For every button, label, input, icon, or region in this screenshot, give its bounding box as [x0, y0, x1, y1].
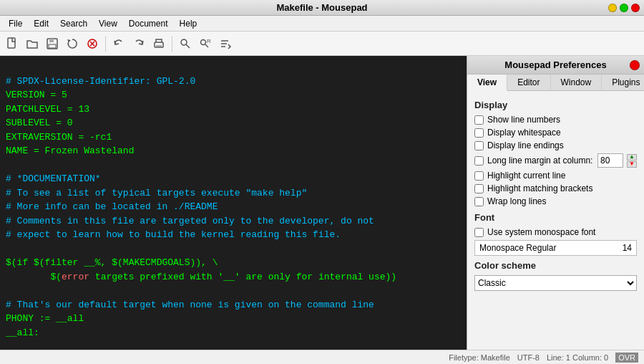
new-button[interactable] — [3, 34, 21, 53]
menu-edit[interactable]: Edit — [28, 17, 54, 30]
wrap-long-lines-label: Wrap long lines — [487, 196, 547, 206]
reload-button[interactable] — [63, 34, 82, 53]
color-scheme-section-title: Color scheme — [474, 260, 637, 271]
menu-file[interactable]: File — [3, 17, 28, 30]
print-button[interactable] — [150, 34, 168, 53]
menu-document[interactable]: Document — [123, 17, 174, 30]
save-button[interactable] — [43, 34, 62, 53]
display-whitespace-row: Display whitespace — [474, 128, 637, 138]
separator-2 — [172, 36, 172, 52]
title-bar: Makefile - Mousepad — [0, 0, 644, 16]
svg-line-12 — [205, 44, 208, 47]
font-display-row[interactable]: Monospace Regular 14 — [474, 240, 637, 256]
redo-button[interactable] — [130, 34, 148, 53]
display-line-endings-checkbox[interactable] — [474, 141, 484, 150]
display-section-title: Display — [474, 100, 637, 110]
close-doc-button[interactable] — [83, 34, 102, 53]
show-line-numbers-checkbox[interactable] — [474, 115, 484, 125]
menu-bar: File Edit Search View Document Help — [0, 16, 644, 32]
open-button[interactable] — [23, 34, 42, 53]
svg-rect-8 — [156, 45, 162, 47]
highlight-current-line-row: Highlight current line — [474, 171, 637, 181]
highlight-matching-brackets-label: Highlight matching brackets — [487, 183, 592, 193]
menu-search[interactable]: Search — [54, 17, 93, 30]
separator-1 — [105, 36, 106, 52]
prefs-content: Display Show line numbers Display whites… — [467, 91, 644, 350]
long-line-margin-label: Long line margin at column: — [487, 155, 594, 166]
minimize-button[interactable] — [608, 4, 617, 12]
tab-view[interactable]: View — [467, 75, 507, 91]
long-line-margin-spinners: ▲ ▼ — [627, 154, 637, 168]
display-line-endings-row: Display line endings — [474, 140, 637, 150]
status-bar: Filetype: Makefile UTF-8 Line: 1 Column:… — [0, 350, 644, 364]
prefs-title-bar: Mousepad Preferences — [467, 56, 644, 75]
position-status: Line: 1 Column: 0 — [547, 353, 608, 362]
highlight-current-line-checkbox[interactable] — [474, 171, 484, 181]
wrap-long-lines-row: Wrap long lines — [474, 196, 637, 206]
tab-window[interactable]: Window — [551, 75, 602, 90]
font-name-label: Monospace Regular — [479, 243, 556, 253]
find-replace-button[interactable]: R — [196, 34, 215, 53]
long-line-margin-row: Long line margin at column: ▲ ▼ — [474, 153, 637, 168]
goto-button[interactable] — [216, 34, 235, 53]
show-line-numbers-row: Show line numbers — [474, 115, 637, 125]
svg-point-9 — [181, 39, 187, 45]
display-whitespace-label: Display whitespace — [487, 128, 561, 138]
prefs-title: Mousepad Preferences — [504, 59, 606, 70]
wrap-long-lines-checkbox[interactable] — [474, 197, 484, 206]
main-area: # SPDX-License-Identifier: GPL-2.0 VERSI… — [0, 56, 644, 350]
show-line-numbers-label: Show line numbers — [487, 115, 560, 125]
toolbar: R — [0, 32, 644, 56]
svg-rect-3 — [49, 44, 56, 48]
svg-text:R: R — [207, 38, 211, 44]
maximize-button[interactable] — [620, 4, 628, 12]
highlight-matching-brackets-checkbox[interactable] — [474, 184, 484, 193]
highlight-matching-brackets-row: Highlight matching brackets — [474, 183, 637, 193]
svg-line-10 — [186, 44, 190, 48]
menu-view[interactable]: View — [93, 17, 123, 30]
undo-button[interactable] — [109, 34, 128, 53]
use-system-font-row: Use system monospace font — [474, 227, 637, 237]
use-system-font-label: Use system monospace font — [487, 227, 595, 237]
margin-spin-down[interactable]: ▼ — [627, 161, 637, 168]
search-button[interactable] — [176, 34, 195, 53]
tab-editor[interactable]: Editor — [507, 75, 550, 90]
color-scheme-row: Classic Cobalt Kate Oblivion Solarized D… — [474, 275, 637, 291]
long-line-margin-input[interactable] — [597, 153, 623, 168]
prefs-tabs: View Editor Window Plugins — [467, 75, 644, 91]
long-line-margin-checkbox[interactable] — [474, 156, 484, 166]
color-scheme-select[interactable]: Classic Cobalt Kate Oblivion Solarized D… — [474, 275, 637, 291]
highlight-current-line-label: Highlight current line — [487, 171, 565, 181]
window-controls — [608, 4, 640, 12]
margin-spin-up[interactable]: ▲ — [627, 154, 637, 161]
use-system-font-checkbox[interactable] — [474, 228, 484, 237]
close-button[interactable] — [631, 4, 640, 12]
code-editor[interactable]: # SPDX-License-Identifier: GPL-2.0 VERSI… — [0, 56, 467, 350]
display-whitespace-checkbox[interactable] — [474, 128, 484, 138]
svg-point-11 — [201, 39, 206, 44]
preferences-panel: Mousepad Preferences View Editor Window … — [467, 56, 644, 350]
encoding-status: UTF-8 — [517, 353, 540, 362]
filetype-status: Filetype: Makefile — [449, 353, 510, 362]
svg-rect-2 — [49, 39, 54, 42]
font-size-label: 14 — [623, 243, 632, 253]
display-line-endings-label: Display line endings — [487, 140, 564, 150]
prefs-close-button[interactable] — [630, 60, 640, 70]
menu-help[interactable]: Help — [174, 17, 203, 30]
tab-plugins[interactable]: Plugins — [602, 75, 644, 90]
mode-status: OVR — [615, 353, 638, 363]
font-section-title: Font — [474, 212, 637, 223]
svg-rect-0 — [8, 38, 15, 48]
window-title: Makefile - Mousepad — [276, 2, 367, 13]
